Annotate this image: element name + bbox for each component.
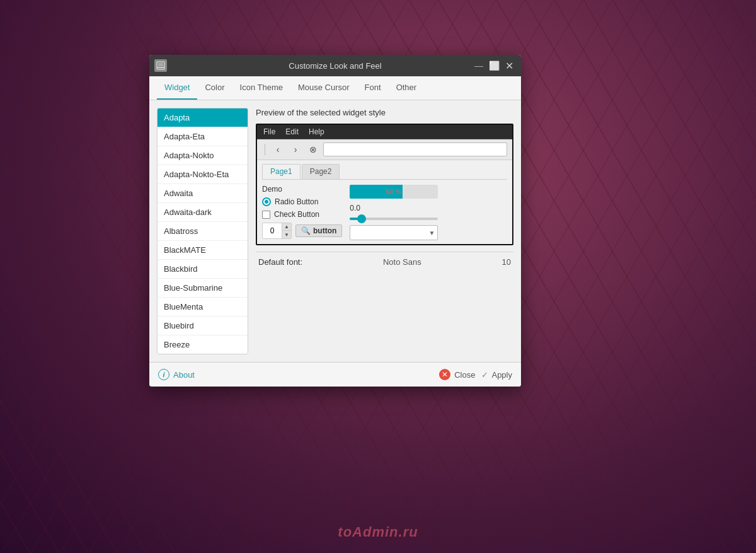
- preview-menubar: File Edit Help: [257, 125, 512, 139]
- tab-font[interactable]: Font: [357, 76, 389, 100]
- preview-tab-page2[interactable]: Page2: [302, 164, 340, 179]
- apply-button[interactable]: ✓ Apply: [481, 370, 512, 380]
- list-item[interactable]: Adapta-Nokto-Eta: [158, 165, 248, 184]
- list-item[interactable]: Adapta: [158, 108, 248, 127]
- minimize-button[interactable]: —: [472, 59, 486, 73]
- apply-label: Apply: [491, 370, 512, 380]
- list-item[interactable]: Adwaita-dark: [158, 203, 248, 222]
- list-item[interactable]: Adapta-Nokto: [158, 146, 248, 165]
- list-item[interactable]: Breeze: [158, 335, 248, 354]
- demo-progress-text: 60 %: [386, 188, 402, 195]
- tab-widget[interactable]: Widget: [157, 76, 197, 100]
- window-close-button[interactable]: ✕: [502, 59, 516, 73]
- list-item[interactable]: Adwaita: [158, 184, 248, 203]
- main-content: Adapta Adapta-Eta Adapta-Nokto Adapta-No…: [149, 100, 521, 362]
- font-row: Default font: Noto Sans 10: [256, 252, 513, 272]
- demo-spinner-btns: ▲ ▼: [282, 223, 291, 238]
- theme-list-scroll[interactable]: Adapta Adapta-Eta Adapta-Nokto Adapta-No…: [158, 108, 248, 354]
- demo-checkbox-row: Check Button: [262, 210, 342, 219]
- demo-radio-row: Radio Button: [262, 197, 342, 206]
- demo-dropdown[interactable]: ▼: [350, 225, 438, 240]
- demo-label: Demo: [262, 185, 342, 194]
- list-item[interactable]: Albatross: [158, 222, 248, 241]
- titlebar: Customize Look and Feel — ⬜ ✕: [149, 55, 521, 76]
- preview-right-col: 60 % 0.0: [350, 185, 507, 240]
- list-item[interactable]: Blue-Submarine: [158, 279, 248, 298]
- preview-toolbar: ‹ › ⊗: [257, 139, 512, 160]
- preview-tabs: Page1 Page2: [262, 164, 507, 180]
- demo-checkbox-label: Check Button: [274, 210, 319, 219]
- tabbar: Widget Color Icon Theme Mouse Cursor Fon…: [149, 76, 521, 100]
- demo-radio-button[interactable]: [262, 197, 271, 206]
- preview-body: Page1 Page2 Demo Radio Button: [257, 160, 512, 244]
- titlebar-left: [154, 59, 167, 72]
- main-window: Customize Look and Feel — ⬜ ✕ Widget Col…: [149, 55, 521, 387]
- preview-left-col: Demo Radio Button Check Button: [262, 185, 342, 239]
- widget-theme-list: Adapta Adapta-Eta Adapta-Nokto Adapta-No…: [157, 108, 248, 354]
- svg-rect-2: [158, 63, 163, 66]
- maximize-button[interactable]: ⬜: [487, 59, 501, 73]
- tab-other[interactable]: Other: [389, 76, 425, 100]
- demo-slider-thumb: [357, 214, 366, 223]
- preview-demo-content: Demo Radio Button Check Button: [262, 185, 507, 240]
- list-item[interactable]: Bluebird: [158, 317, 248, 335]
- right-panel: Preview of the selected widget style Fil…: [256, 108, 513, 354]
- stop-button[interactable]: ⊗: [306, 142, 321, 157]
- check-icon: ✓: [481, 370, 488, 380]
- preview-label: Preview of the selected widget style: [256, 108, 513, 117]
- spinner-up-button[interactable]: ▲: [282, 223, 291, 231]
- preview-menu-file[interactable]: File: [263, 127, 275, 136]
- about-button[interactable]: i About: [158, 369, 195, 380]
- bottom-bar: i About ✕ Close ✓ Apply: [149, 362, 521, 387]
- back-button[interactable]: ‹: [270, 142, 285, 157]
- preview-box: File Edit Help ‹ › ⊗ Page1 Page2: [256, 124, 513, 245]
- font-row-label: Default font:: [258, 257, 302, 267]
- forward-button[interactable]: ›: [288, 142, 303, 157]
- close-icon: ✕: [439, 369, 450, 380]
- spinner-down-button[interactable]: ▼: [282, 231, 291, 238]
- tab-mouse-cursor[interactable]: Mouse Cursor: [290, 76, 357, 100]
- info-icon: i: [158, 369, 169, 380]
- about-label: About: [173, 370, 195, 380]
- demo-bottom-row: ▲ ▼ 🔍 button: [262, 223, 342, 239]
- window-title: Customize Look and Feel: [289, 61, 381, 71]
- demo-slider-value: 0.0: [350, 204, 507, 212]
- toolbar-separator: [265, 144, 265, 155]
- svg-rect-1: [157, 67, 164, 69]
- demo-checkbox[interactable]: [262, 211, 270, 219]
- demo-spinner-input[interactable]: [263, 223, 282, 238]
- demo-radio-label: Radio Button: [275, 197, 318, 206]
- close-button[interactable]: ✕ Close: [439, 369, 475, 380]
- demo-button-label: button: [313, 226, 336, 235]
- close-label: Close: [454, 370, 475, 380]
- demo-search-button[interactable]: 🔍 button: [295, 224, 342, 237]
- demo-radio-inner: [265, 200, 268, 204]
- bottom-right-buttons: ✕ Close ✓ Apply: [439, 369, 512, 380]
- list-item[interactable]: Adapta-Eta: [158, 127, 248, 146]
- preview-menu-edit[interactable]: Edit: [285, 127, 299, 136]
- font-size: 10: [502, 257, 511, 267]
- chevron-down-icon: ▼: [428, 230, 435, 236]
- demo-slider-row: [350, 218, 507, 220]
- demo-spinner: ▲ ▼: [262, 223, 292, 239]
- tab-icon-theme[interactable]: Icon Theme: [232, 76, 290, 100]
- demo-progressbar: 60 %: [350, 185, 438, 199]
- list-item[interactable]: Blackbird: [158, 260, 248, 279]
- window-icon: [154, 59, 167, 72]
- tab-color[interactable]: Color: [197, 76, 232, 100]
- demo-slider[interactable]: [350, 218, 438, 220]
- list-item[interactable]: BlueMenta: [158, 298, 248, 317]
- titlebar-controls: — ⬜ ✕: [472, 59, 516, 73]
- list-item[interactable]: BlackMATE: [158, 241, 248, 260]
- address-bar[interactable]: [323, 143, 507, 156]
- preview-menu-help[interactable]: Help: [309, 127, 324, 136]
- search-icon: 🔍: [301, 226, 311, 235]
- font-name: Noto Sans: [383, 257, 421, 267]
- preview-tab-page1[interactable]: Page1: [262, 164, 301, 179]
